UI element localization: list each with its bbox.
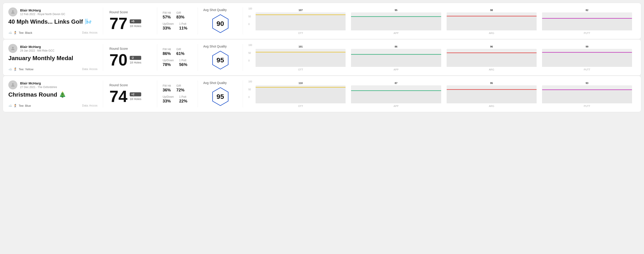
weather-icon: ☁️ — [8, 67, 12, 71]
quality-section: Avg Shot Quality 90 — [198, 7, 243, 34]
tee-label: Tee: Yellow — [19, 68, 34, 71]
bag-icon: 🏌️ — [14, 104, 17, 107]
hex-score: 90 — [216, 20, 224, 27]
stats-section: FW Hit 57% GIR 83% Up/Down 33% 1 Putt 11… — [157, 7, 198, 34]
data-source: Data: Arccos — [82, 68, 98, 71]
gir-stat: GIR 61% — [176, 48, 184, 56]
tee-info: ☁️ 🏌️ Tee: Blue — [8, 104, 31, 107]
hexagon: 95 — [210, 87, 230, 107]
oneputt-stat: 1 Putt 56% — [179, 59, 187, 67]
oneputt-stat: 1 Putt 22% — [179, 95, 187, 104]
round-title: Christmas Round 🎄 — [8, 91, 98, 98]
weather-icon: ☁️ — [8, 104, 12, 107]
holes-label: 18 Holes — [130, 24, 141, 28]
updown-stat: Up/Down 33% — [163, 22, 174, 31]
quality-section: Avg Shot Quality 95 — [198, 80, 243, 107]
chart-col-putt: 99 PUTT — [542, 45, 632, 71]
updown-stat: Up/Down 33% — [163, 95, 174, 104]
chart-col-arg: 98 ARG — [447, 9, 537, 34]
chart-col-app: 87 APP — [351, 82, 441, 107]
card-left-1: Blair McHarg 12 Feb 2022 · Royal North D… — [8, 7, 103, 34]
card-footer: ☁️ 🏌️ Tee: Black Data: Arccos — [8, 31, 98, 34]
quality-label: Avg Shot Quality — [203, 45, 227, 48]
tee-label: Tee: Black — [19, 31, 32, 34]
weather-icon: ☁️ — [8, 31, 12, 34]
round-score-section: Round Score 77 +5 18 Holes — [103, 7, 157, 34]
stats-section: FW Hit 86% GIR 61% Up/Down 78% 1 Putt 56… — [157, 44, 198, 71]
tee-info: ☁️ 🏌️ Tee: Black — [8, 31, 32, 34]
chart-col-app: 86 APP — [351, 45, 441, 71]
chart-col-ott: 110 OTT — [256, 82, 346, 107]
avatar — [8, 7, 17, 16]
player-date: 27 Dec 2021 · The Oxfordshire — [20, 86, 57, 89]
chart-col-putt: 82 PUTT — [542, 9, 632, 34]
tee-label: Tee: Blue — [19, 104, 31, 107]
round-score-label: Round Score — [110, 47, 151, 50]
quality-label: Avg Shot Quality — [203, 8, 227, 12]
bag-icon: 🏌️ — [14, 67, 17, 71]
chart-col-putt: 93 PUTT — [542, 82, 632, 107]
holes-label: 18 Holes — [130, 61, 141, 64]
svg-point-0 — [12, 10, 14, 12]
gir-stat: GIR 72% — [176, 84, 184, 93]
player-info: Blair McHarg 29 Jan 2022 · Mill Ride GCC — [8, 44, 98, 53]
round-score-label: Round Score — [110, 10, 151, 14]
chart-col-ott: 107 OTT — [256, 9, 346, 34]
round-card-1: Blair McHarg 12 Feb 2022 · Royal North D… — [3, 3, 641, 39]
round-title: January Monthly Medal — [8, 55, 98, 62]
round-card-2: Blair McHarg 29 Jan 2022 · Mill Ride GCC… — [3, 39, 641, 76]
data-source: Data: Arccos — [82, 31, 98, 34]
hexagon: 95 — [210, 50, 230, 70]
fw-hit-stat: FW Hit 36% — [163, 84, 171, 93]
quality-section: Avg Shot Quality 95 — [198, 44, 243, 71]
hexagon: 90 — [210, 13, 230, 34]
big-score: 74 — [110, 88, 128, 105]
stats-section: FW Hit 36% GIR 72% Up/Down 33% 1 Putt 22… — [157, 80, 198, 107]
round-card-3: Blair McHarg 27 Dec 2021 · The Oxfordshi… — [3, 76, 641, 112]
big-score: 77 — [110, 15, 128, 31]
bag-icon: 🏌️ — [14, 31, 17, 34]
player-info: Blair McHarg 27 Dec 2021 · The Oxfordshi… — [8, 80, 98, 89]
player-name: Blair McHarg — [20, 45, 54, 49]
chart-section: 100 50 0 101 OTT 86 APP — [243, 44, 636, 71]
fw-hit-stat: FW Hit 57% — [163, 11, 171, 20]
chart-section: 100 50 0 107 OTT 95 APP — [243, 7, 636, 34]
score-badge: -2 — [130, 56, 141, 60]
player-name: Blair McHarg — [20, 8, 65, 12]
chart-col-arg: 95 ARG — [447, 82, 537, 107]
card-footer: ☁️ 🏌️ Tee: Yellow Data: Arccos — [8, 67, 98, 71]
round-title: 40 Mph Winds... Links Golf 🌬️ — [8, 18, 98, 25]
avatar — [8, 44, 17, 53]
quality-label: Avg Shot Quality — [203, 81, 227, 85]
round-score-label: Round Score — [110, 83, 151, 87]
data-source: Data: Arccos — [82, 104, 98, 107]
player-name: Blair McHarg — [20, 81, 57, 85]
hex-score: 95 — [216, 56, 224, 64]
chart-col-arg: 96 ARG — [447, 45, 537, 71]
chart-section: 100 50 0 110 OTT 87 APP — [243, 80, 636, 107]
svg-point-2 — [12, 47, 14, 48]
fw-hit-stat: FW Hit 86% — [163, 48, 171, 56]
player-date: 12 Feb 2022 · Royal North Devon GC — [20, 13, 65, 16]
player-date: 29 Jan 2022 · Mill Ride GCC — [20, 49, 54, 52]
card-left-2: Blair McHarg 29 Jan 2022 · Mill Ride GCC… — [8, 44, 103, 71]
holes-label: 18 Holes — [130, 97, 141, 101]
oneputt-stat: 1 Putt 11% — [179, 22, 187, 31]
big-score: 70 — [110, 52, 128, 68]
tee-info: ☁️ 🏌️ Tee: Yellow — [8, 67, 34, 71]
chart-col-ott: 101 OTT — [256, 45, 346, 71]
player-info: Blair McHarg 12 Feb 2022 · Royal North D… — [8, 7, 98, 16]
card-left-3: Blair McHarg 27 Dec 2021 · The Oxfordshi… — [8, 80, 103, 107]
chart-col-app: 95 APP — [351, 9, 441, 34]
avatar — [8, 80, 17, 89]
score-badge: +5 — [130, 19, 141, 23]
svg-point-4 — [12, 83, 14, 85]
score-badge: +2 — [130, 92, 141, 96]
gir-stat: GIR 83% — [176, 11, 184, 20]
round-score-section: Round Score 70 -2 18 Holes — [103, 44, 157, 71]
card-footer: ☁️ 🏌️ Tee: Blue Data: Arccos — [8, 104, 98, 107]
hex-score: 95 — [216, 93, 224, 101]
updown-stat: Up/Down 78% — [163, 59, 174, 67]
round-score-section: Round Score 74 +2 18 Holes — [103, 80, 157, 107]
